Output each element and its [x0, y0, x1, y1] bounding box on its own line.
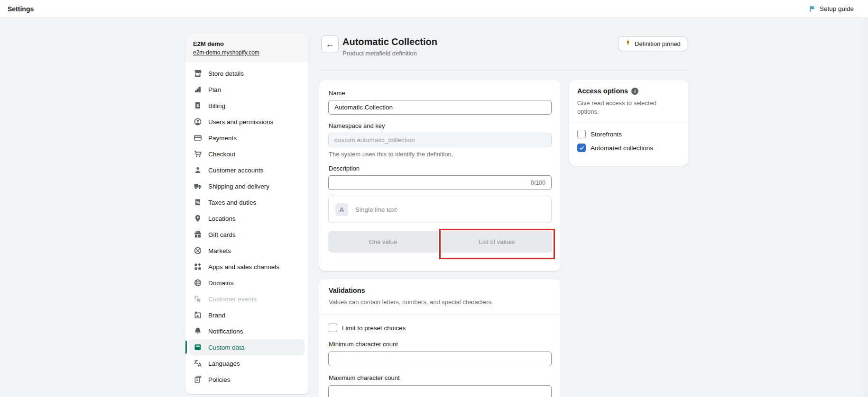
- setup-guide-button[interactable]: Setup guide: [809, 5, 854, 13]
- header-divider: [319, 70, 688, 71]
- customer-events-icon: [193, 294, 203, 304]
- storefronts-label: Storefronts: [591, 131, 622, 138]
- validations-card: Validations Values can contain letters, …: [319, 279, 561, 397]
- sidebar-item-checkout[interactable]: Checkout: [189, 146, 305, 162]
- store-details-icon: [193, 69, 203, 78]
- sidebar-item-languages[interactable]: Languages: [189, 355, 305, 371]
- selected-indicator-bar: [185, 341, 187, 354]
- sidebar-item-custom-data[interactable]: Custom data: [189, 339, 305, 355]
- sidebar-item-label: Users and permissions: [208, 118, 273, 126]
- sidebar-item-notifications[interactable]: Notifications: [189, 323, 305, 339]
- settings-title: Settings: [8, 5, 34, 13]
- locations-icon: [193, 214, 203, 223]
- access-options-description: Give read access to selected options.: [577, 99, 672, 116]
- description-label: Description: [329, 165, 360, 172]
- sidebar-item-users-permissions[interactable]: Users and permissions: [189, 114, 305, 130]
- validations-subtitle: Values can contain letters, numbers, and…: [329, 298, 493, 306]
- sidebar-items: Store details Plan $ Billing Users and p…: [185, 62, 308, 391]
- sidebar-item-label: Notifications: [208, 328, 243, 335]
- sidebar-item-label: Markets: [208, 247, 231, 254]
- one-value-button[interactable]: One value: [328, 231, 438, 253]
- sidebar-item-gift-cards[interactable]: Gift cards: [189, 226, 305, 243]
- automated-collections-label: Automated collections: [591, 144, 653, 152]
- policies-icon: [193, 375, 203, 384]
- single-line-text-icon: A: [335, 203, 348, 216]
- custom-data-icon: [193, 343, 203, 352]
- sidebar-item-label: Plan: [208, 86, 221, 93]
- svg-text:%: %: [196, 200, 200, 205]
- sidebar-item-apps-sales-channels[interactable]: Apps and sales channels: [189, 259, 305, 275]
- customer-accounts-icon: [193, 165, 203, 175]
- sidebar-item-billing[interactable]: $ Billing: [189, 98, 305, 114]
- payments-icon: [193, 133, 203, 143]
- settings-sidebar: E2M demo e2m-demo.myshopify.com Store de…: [185, 33, 308, 394]
- svg-text:$: $: [196, 103, 199, 108]
- sidebar-item-label: Locations: [208, 215, 236, 222]
- access-options-divider: [569, 123, 688, 123]
- sidebar-item-customer-accounts[interactable]: Customer accounts: [189, 162, 305, 178]
- sidebar-item-label: Languages: [208, 360, 240, 367]
- max-character-count-label: Maximum character count: [329, 374, 400, 381]
- content-type-name: Single line text: [355, 206, 397, 213]
- namespace-input: custom.automatic_collection: [328, 133, 552, 147]
- access-options-title-text: Access options: [577, 87, 628, 95]
- sidebar-item-brand[interactable]: Brand: [189, 307, 305, 323]
- description-input[interactable]: 0/100: [328, 175, 552, 190]
- list-of-values-button[interactable]: List of values: [442, 231, 552, 253]
- sidebar-item-markets[interactable]: Markets: [189, 243, 305, 259]
- sidebar-item-label: Checkout: [208, 151, 235, 158]
- max-character-count-input[interactable]: [328, 385, 552, 397]
- page-scrollbar[interactable]: [864, 18, 868, 397]
- limit-preset-choices-checkbox-row[interactable]: Limit to preset choices: [329, 324, 406, 332]
- sidebar-item-policies[interactable]: Policies: [189, 371, 305, 388]
- sidebar-item-customer-events: Customer events: [189, 291, 305, 307]
- name-label: Name: [329, 90, 345, 97]
- automated-collections-checkbox[interactable]: [577, 144, 586, 152]
- validations-title: Validations: [329, 287, 365, 294]
- content-type-row: A Single line text: [328, 196, 552, 223]
- back-button[interactable]: ←: [321, 36, 339, 53]
- storefronts-checkbox[interactable]: [577, 130, 586, 138]
- markets-icon: [193, 246, 203, 255]
- sidebar-item-payments[interactable]: Payments: [189, 130, 305, 146]
- sidebar-item-label: Domains: [208, 280, 233, 287]
- storefronts-checkbox-row[interactable]: Storefronts: [577, 130, 622, 138]
- access-options-card: Access options i Give read access to sel…: [569, 80, 688, 166]
- limit-preset-choices-label: Limit to preset choices: [342, 325, 406, 332]
- taxes-icon: %: [193, 198, 203, 207]
- sidebar-item-plan[interactable]: Plan: [189, 81, 305, 98]
- page-subtitle: Product metafield definition: [342, 50, 417, 57]
- sidebar-item-store-details[interactable]: Store details: [189, 65, 305, 81]
- sidebar-item-label: Shipping and delivery: [208, 183, 269, 190]
- description-char-counter: 0/100: [531, 180, 545, 186]
- domains-icon: [193, 278, 203, 288]
- definition-pinned-label: Definition pinned: [635, 40, 681, 47]
- sidebar-item-locations[interactable]: Locations: [189, 210, 305, 226]
- top-bar: Settings Setup guide: [0, 0, 868, 18]
- info-icon[interactable]: i: [631, 88, 638, 95]
- sidebar-item-label: Gift cards: [208, 231, 236, 238]
- users-icon: [193, 117, 203, 126]
- min-character-count-input[interactable]: [328, 352, 552, 366]
- sidebar-item-taxes-duties[interactable]: % Taxes and duties: [189, 194, 305, 210]
- notifications-icon: [193, 326, 203, 336]
- limit-preset-choices-checkbox[interactable]: [329, 324, 337, 332]
- checkout-icon: [193, 149, 203, 159]
- sidebar-item-label: Taxes and duties: [208, 199, 256, 206]
- flag-icon: [809, 5, 816, 13]
- gift-cards-icon: [193, 230, 203, 239]
- sidebar-store-header: E2M demo e2m-demo.myshopify.com: [185, 33, 308, 62]
- pin-icon: [625, 40, 631, 48]
- definition-pinned-button[interactable]: Definition pinned: [618, 36, 687, 51]
- setup-guide-label: Setup guide: [820, 5, 854, 12]
- sidebar-item-label: Payments: [208, 135, 237, 142]
- automated-collections-checkbox-row[interactable]: Automated collections: [577, 144, 653, 152]
- namespace-help-text: The system uses this to identify the def…: [329, 151, 453, 158]
- sidebar-item-label: Customer accounts: [208, 167, 263, 174]
- plan-icon: [193, 85, 203, 94]
- sidebar-item-domains[interactable]: Domains: [189, 275, 305, 291]
- sidebar-item-label: Billing: [208, 102, 225, 109]
- store-domain-link[interactable]: e2m-demo.myshopify.com: [193, 49, 259, 56]
- name-input[interactable]: Automatic Collection: [328, 100, 552, 115]
- sidebar-item-shipping-delivery[interactable]: Shipping and delivery: [189, 178, 305, 194]
